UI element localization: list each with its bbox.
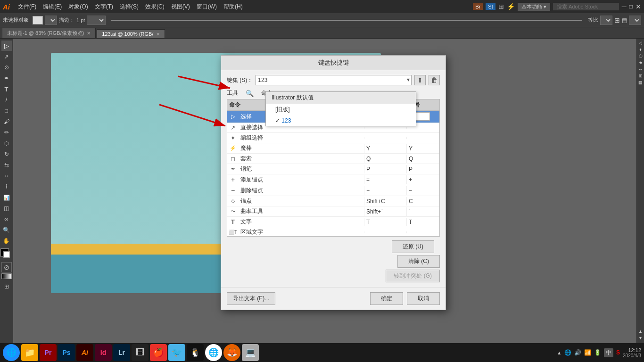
menu-view[interactable]: 视图(V): [168, 2, 193, 12]
tool-rect[interactable]: □: [1, 106, 12, 116]
ok-btn[interactable]: 确定: [370, 292, 403, 305]
tool-type[interactable]: T: [1, 84, 12, 94]
tool-warp[interactable]: ⌇: [1, 181, 12, 192]
right-tool-6[interactable]: ⊞: [638, 74, 644, 79]
menu-help[interactable]: 帮助(H): [220, 2, 246, 12]
right-scroll-up[interactable]: ▲: [638, 329, 644, 335]
tool-paintbrush[interactable]: 🖌: [1, 116, 12, 127]
tab-123[interactable]: 123.ai @ 100% (RGB/ ✕: [97, 29, 165, 38]
dropdown-123[interactable]: ✓ 123: [266, 115, 416, 126]
cmd-row-add-anchor[interactable]: + 添加锚点 = +: [227, 174, 439, 185]
cmd-row-group-select[interactable]: ✦ 编组选择: [227, 133, 439, 143]
stock-icon[interactable]: St: [486, 3, 495, 10]
maximize-btn[interactable]: □: [629, 3, 633, 10]
right-tool-4[interactable]: ★: [638, 60, 644, 66]
right-tool-2[interactable]: ♦: [638, 47, 644, 53]
align-icons[interactable]: ⊞: [614, 16, 620, 24]
menu-object[interactable]: 对象(O): [65, 2, 91, 12]
taskbar-network[interactable]: 🌐: [3, 344, 20, 361]
dropdown-default[interactable]: Illustrator 默认值: [266, 92, 416, 104]
restore-btn[interactable]: 还原 (U): [392, 240, 434, 253]
taskbar-bird[interactable]: 🐦: [168, 344, 185, 361]
cmd-row-del-anchor[interactable]: − 删除锚点 − −: [227, 185, 439, 196]
taskbar-penguin[interactable]: 🐧: [187, 344, 204, 361]
tool-scale[interactable]: ↔: [1, 171, 12, 181]
cancel-btn[interactable]: 取消: [407, 292, 440, 305]
taskbar-lightroom[interactable]: Lr: [113, 344, 130, 361]
cmd-row-magic-wand[interactable]: ⚡ 魔棒 Y Y: [227, 143, 439, 154]
tab-close-0[interactable]: ✕: [87, 31, 91, 36]
keyset-select[interactable]: Illustrator 默认值[旧版]123: [256, 75, 412, 85]
tool-zoom[interactable]: 🔍: [1, 225, 12, 235]
taskbar-fruit[interactable]: 🍎: [150, 344, 167, 361]
ratio-select[interactable]: [600, 16, 612, 25]
tray-signal[interactable]: 📶: [584, 349, 591, 356]
tool-pencil[interactable]: ✏: [1, 127, 12, 138]
right-tool-3[interactable]: ⬡: [638, 54, 644, 59]
stroke-swatch[interactable]: [3, 251, 10, 258]
tray-antivirus[interactable]: S: [616, 349, 620, 356]
tool-hand[interactable]: ✋: [1, 236, 12, 246]
tool-blend[interactable]: ∞: [1, 214, 12, 224]
goto-conflict-btn[interactable]: 转到冲突处 (G): [386, 270, 440, 282]
tool-eraser[interactable]: ⬡: [1, 138, 12, 148]
taskbar-illustrator[interactable]: Ai: [76, 344, 93, 361]
tool-pen[interactable]: ✒: [1, 73, 12, 83]
basic-function[interactable]: 基本功能 ▾: [518, 3, 550, 11]
tool-graph[interactable]: 📊: [1, 192, 12, 203]
taskbar-files[interactable]: 📁: [21, 344, 38, 361]
cmd-row-pen[interactable]: ✒ 钢笔 P P: [227, 164, 439, 174]
stroke-unit-select[interactable]: [87, 16, 106, 25]
cmd-row-curvature[interactable]: 〜 曲率工具 Shift+` `: [227, 206, 439, 217]
search-input[interactable]: [553, 3, 619, 10]
export-keyset-btn[interactable]: ⬆: [414, 75, 426, 85]
cmd-row-text[interactable]: T 文字 T T: [227, 217, 439, 227]
color-gradient-icon[interactable]: [1, 273, 12, 279]
menu-edit[interactable]: 编辑(E): [40, 2, 65, 12]
tool-gradient[interactable]: ◫: [1, 203, 12, 214]
dropdown-legacy[interactable]: [旧版]: [266, 104, 416, 115]
taskbar-indesign[interactable]: Id: [95, 344, 112, 361]
right-tool-7[interactable]: ▦: [638, 80, 644, 86]
stroke-style-select[interactable]: [45, 16, 57, 25]
cmd-row-anchor[interactable]: ◇ 锚点 Shift+C C: [227, 196, 439, 206]
right-scroll-down[interactable]: ▼: [638, 336, 644, 341]
tray-speaker[interactable]: 🔊: [574, 349, 581, 356]
taskbar-photoshop[interactable]: Ps: [58, 344, 75, 361]
tool-lasso[interactable]: ⊙: [1, 62, 12, 73]
tray-up-arrow[interactable]: ▲: [557, 350, 561, 355]
arrange-icon[interactable]: ▤: [622, 17, 627, 24]
minimize-btn[interactable]: ─: [622, 3, 627, 10]
tool-mirror[interactable]: ⇆: [1, 160, 12, 170]
taskbar-finder[interactable]: 💻: [242, 344, 259, 361]
tool-line[interactable]: /: [1, 95, 12, 105]
tool-artboard[interactable]: ⊞: [1, 281, 12, 292]
right-tool-1[interactable]: ◁: [638, 41, 644, 46]
view-select[interactable]: [629, 16, 641, 25]
tool-rotate[interactable]: ↻: [1, 149, 12, 159]
keyset-dropdown[interactable]: Illustrator 默认值 [旧版] ✓ 123: [265, 91, 416, 126]
tab-untitled[interactable]: 未标题-1 @ 83% (RGB/像素预览) ✕: [2, 28, 96, 38]
system-clock[interactable]: 12:12 2020/4/3: [623, 347, 641, 358]
right-tool-5[interactable]: ↔: [638, 67, 644, 73]
cmd-row-area-text[interactable]: ⬜T 区域文字: [227, 227, 439, 237]
menu-file[interactable]: 文件(F): [15, 2, 40, 12]
tray-lang[interactable]: 中: [604, 348, 613, 357]
close-btn[interactable]: ✕: [636, 3, 641, 10]
tool-direct-select[interactable]: ↗: [1, 51, 12, 62]
bridge-icon[interactable]: Br: [473, 3, 483, 10]
cmd-row-lasso[interactable]: ◻ 套索 Q Q: [227, 154, 439, 164]
taskbar-chrome[interactable]: 🌐: [205, 344, 222, 361]
delete-keyset-btn[interactable]: 🗑: [429, 75, 440, 85]
menu-text[interactable]: 文字(T): [91, 2, 116, 12]
tools-section-label[interactable]: 工具: [227, 89, 238, 97]
menu-window[interactable]: 窗口(W): [193, 2, 220, 12]
tab-close-1[interactable]: ✕: [156, 32, 160, 37]
clear-btn[interactable]: 清除 (C): [397, 255, 440, 268]
menu-effect[interactable]: 效果(C): [142, 2, 168, 12]
layout-icon[interactable]: ⊞: [498, 3, 504, 10]
menu-select[interactable]: 选择(S): [116, 2, 142, 12]
export-text-btn[interactable]: 导出文本 (E)...: [227, 292, 275, 305]
search-section-icon[interactable]: 🔍: [246, 90, 254, 97]
tray-network[interactable]: 🌐: [564, 349, 571, 356]
